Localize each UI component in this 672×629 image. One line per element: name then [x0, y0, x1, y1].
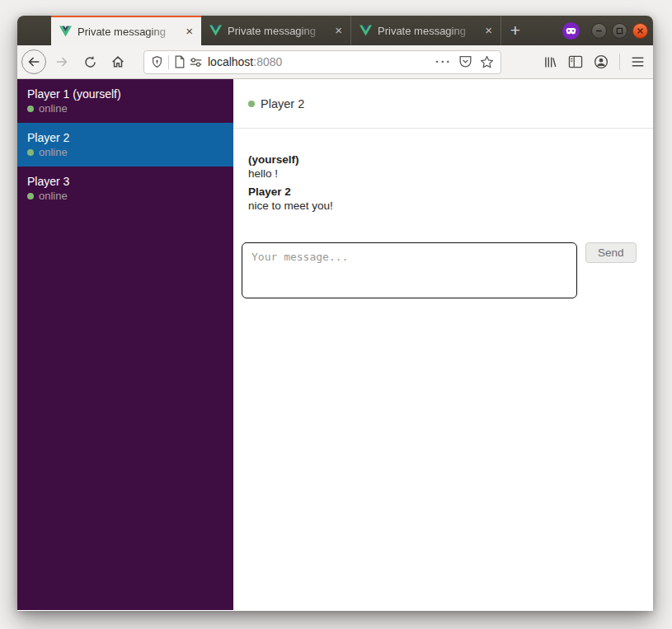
home-button[interactable] [106, 49, 130, 74]
chat-header-name: Player 2 [261, 97, 304, 110]
message-list: (yourself) hello ! Player 2 nice to meet… [233, 129, 653, 217]
navigation-toolbar: localhost:8080 ··· [17, 45, 653, 79]
tab-title: Private messaging [378, 25, 482, 37]
site-permissions-icon[interactable] [190, 57, 202, 68]
message-item: (yourself) hello ! [248, 153, 638, 181]
message-sender: Player 2 [248, 185, 638, 199]
tab-close-icon[interactable]: × [482, 25, 495, 36]
message-composer: Send [233, 242, 653, 298]
urlbar-divider [168, 55, 169, 69]
message-text: nice to meet you! [248, 199, 638, 213]
tab-title: Private messaging [78, 26, 183, 38]
player-status: online [39, 145, 68, 159]
tab-bar: Private messaging × Private messaging × … [17, 16, 653, 45]
bookmark-star-icon[interactable] [480, 55, 494, 69]
back-button[interactable] [21, 49, 46, 74]
vue-logo-icon [209, 25, 222, 36]
browser-window: Private messaging × Private messaging × … [17, 16, 653, 611]
player-name: Player 2 [27, 130, 223, 145]
maximize-button[interactable] [612, 23, 627, 39]
online-dot-icon [27, 193, 34, 199]
home-icon [110, 54, 125, 69]
tracking-protection-shield-icon [151, 55, 163, 68]
library-icon[interactable] [543, 55, 557, 69]
titlebar-spacer [17, 16, 51, 45]
forward-button[interactable] [49, 49, 74, 74]
reload-button[interactable] [78, 49, 102, 74]
url-bar[interactable]: localhost:8080 ··· [143, 50, 501, 74]
vue-logo-icon [359, 25, 372, 36]
minimize-button[interactable] [591, 23, 607, 39]
message-input[interactable] [242, 242, 577, 298]
sidebar-toggle-icon[interactable] [568, 55, 583, 68]
online-dot-icon [27, 106, 34, 112]
tab-close-icon[interactable]: × [183, 26, 195, 37]
chat-panel: Player 2 (yourself) hello ! Player 2 nic… [233, 79, 653, 610]
online-dot-icon [27, 149, 34, 156]
player-name: Player 3 [27, 174, 223, 189]
url-port: :8080 [253, 55, 282, 68]
message-text: hello ! [248, 167, 638, 181]
tab-title: Private messaging [228, 25, 332, 37]
back-icon [26, 54, 41, 69]
page-info-icon[interactable] [174, 55, 186, 68]
tab-private-messaging-3[interactable]: Private messaging × [351, 16, 501, 45]
minimize-icon [595, 27, 603, 35]
close-button[interactable] [632, 23, 648, 39]
forward-icon [54, 54, 69, 69]
tab-close-icon[interactable]: × [332, 25, 345, 36]
send-button[interactable]: Send [585, 242, 637, 263]
sidebar-item-player-3[interactable]: Player 3 online [17, 167, 233, 210]
toolbar-divider [619, 54, 620, 70]
tab-private-messaging-1[interactable]: Private messaging × [51, 16, 201, 45]
page-actions-icon[interactable]: ··· [435, 55, 452, 68]
sidebar-item-player-2[interactable]: Player 2 online [17, 123, 233, 167]
titlebar-controls [562, 16, 653, 45]
new-tab-button[interactable]: + [501, 16, 529, 45]
toolbar-right-icons [543, 54, 646, 70]
close-icon [637, 27, 644, 35]
account-icon[interactable] [594, 54, 609, 69]
url-host: localhost [208, 55, 253, 68]
player-status: online [39, 189, 68, 203]
maximize-icon [616, 27, 623, 35]
player-name: Player 1 (yourself) [27, 87, 223, 101]
app-content: Player 1 (yourself) online Player 2 onli… [17, 79, 653, 610]
chat-header: Player 2 [233, 79, 653, 129]
tab-private-messaging-2[interactable]: Private messaging × [201, 16, 351, 45]
pocket-icon[interactable] [458, 55, 472, 68]
player-sidebar: Player 1 (yourself) online Player 2 onli… [17, 79, 233, 610]
menu-hamburger-icon[interactable] [631, 56, 645, 68]
message-item: Player 2 nice to meet you! [248, 185, 638, 213]
vue-logo-icon [59, 26, 72, 37]
private-browsing-icon [562, 22, 580, 40]
online-dot-icon [248, 101, 255, 107]
player-status: online [39, 101, 68, 115]
sidebar-item-player-1[interactable]: Player 1 (yourself) online [17, 79, 233, 123]
reload-icon [83, 55, 97, 69]
message-sender: (yourself) [248, 153, 638, 167]
